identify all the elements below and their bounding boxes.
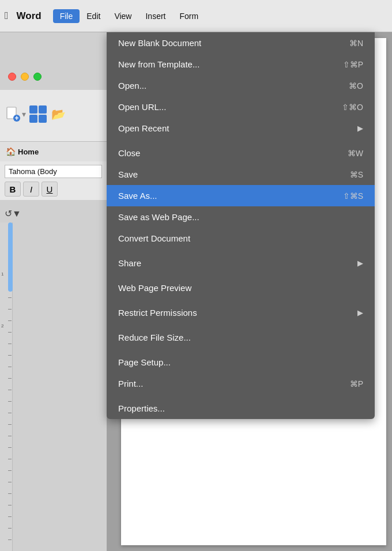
maximize-button[interactable] bbox=[33, 73, 42, 81]
close-button[interactable] bbox=[8, 73, 16, 81]
app-sidebar: + ▾ 📂 🏠 Home Tahoma (Body B I U ↺▼ bbox=[0, 32, 107, 551]
minimize-button[interactable] bbox=[21, 73, 29, 81]
format-buttons: B I U bbox=[5, 182, 102, 197]
menu-item-open---[interactable]: Open...⌘O bbox=[107, 75, 375, 96]
toolbar: + ▾ 📂 bbox=[0, 90, 107, 142]
menu-item-open-recent[interactable]: Open Recent▶ bbox=[107, 118, 375, 139]
home-tab-label: Home bbox=[18, 148, 39, 156]
menu-item-page-setup---[interactable]: Page Setup... bbox=[107, 352, 375, 373]
menu-item-label: Open URL... bbox=[118, 102, 319, 112]
menu-item-web-page-preview[interactable]: Web Page Preview bbox=[107, 277, 375, 299]
menu-item-label: Share bbox=[118, 258, 357, 268]
menu-item-label: Reduce File Size... bbox=[118, 333, 363, 342]
window-controls bbox=[8, 73, 42, 81]
italic-button[interactable]: I bbox=[23, 182, 39, 197]
menu-item-new-blank-document[interactable]: New Blank Document⌘N bbox=[107, 32, 375, 54]
menu-item-label: Restrict Permissions bbox=[118, 308, 357, 318]
menu-item-reduce-file-size---[interactable]: Reduce File Size... bbox=[107, 327, 375, 348]
menu-file[interactable]: File bbox=[53, 9, 80, 23]
menu-item-label: Open... bbox=[118, 81, 326, 90]
menu-item-label: Web Page Preview bbox=[118, 283, 363, 293]
file-menu: New Blank Document⌘NNew from Template...… bbox=[107, 32, 375, 419]
undo-icon[interactable]: ↺▼ bbox=[5, 208, 21, 219]
menu-item-properties---[interactable]: Properties... bbox=[107, 398, 375, 419]
menu-item-label: Page Setup... bbox=[118, 357, 363, 367]
menu-item-open-url---[interactable]: Open URL...⇧⌘O bbox=[107, 96, 375, 118]
menu-format[interactable]: Form bbox=[173, 9, 206, 23]
menu-item-label: Convert Document bbox=[118, 233, 363, 243]
toolbar-row: + ▾ 📂 bbox=[5, 105, 102, 123]
menu-shortcut: ⌘N bbox=[349, 39, 363, 48]
menu-item-restrict-permissions[interactable]: Restrict Permissions▶ bbox=[107, 302, 375, 323]
home-icon: 🏠 bbox=[6, 147, 16, 156]
svg-text:+: + bbox=[14, 114, 18, 122]
menu-insert[interactable]: Insert bbox=[138, 9, 172, 23]
folder-icon[interactable]: 📂 bbox=[50, 106, 66, 122]
menu-bar:  Word File Edit View Insert Form bbox=[0, 0, 392, 32]
menu-item-label: New Blank Document bbox=[118, 38, 326, 48]
menu-item-label: Save As... bbox=[118, 191, 320, 201]
menu-edit[interactable]: Edit bbox=[80, 9, 107, 23]
menu-item-label: Print... bbox=[118, 379, 327, 388]
menu-item-label: Properties... bbox=[118, 403, 363, 413]
bold-button[interactable]: B bbox=[5, 182, 21, 197]
menu-item-print---[interactable]: Print...⌘P bbox=[107, 373, 375, 394]
apple-logo-icon[interactable]:  bbox=[5, 10, 9, 22]
menu-shortcut: ⌘O bbox=[349, 81, 363, 90]
menu-item-share[interactable]: Share▶ bbox=[107, 252, 375, 274]
new-doc-icon[interactable]: + bbox=[5, 106, 21, 122]
scroll-bar[interactable] bbox=[8, 222, 13, 292]
app-name: Word bbox=[17, 10, 42, 22]
menu-item-new-from-template---[interactable]: New from Template...⇧⌘P bbox=[107, 54, 375, 75]
menu-shortcut: ⌘P bbox=[350, 379, 363, 388]
home-tab[interactable]: 🏠 Home bbox=[0, 142, 107, 161]
menu-item-label: New from Template... bbox=[118, 59, 320, 69]
menu-shortcut: ⇧⌘P bbox=[343, 60, 363, 69]
menu-view[interactable]: View bbox=[107, 9, 138, 23]
menu-item-close[interactable]: Close⌘W bbox=[107, 142, 375, 164]
menu-item-save-as---[interactable]: Save As...⇧⌘S bbox=[107, 185, 375, 206]
submenu-arrow-icon: ▶ bbox=[357, 259, 363, 267]
dropdown-arrow-icon[interactable]: ▾ bbox=[22, 110, 26, 119]
grid-icon[interactable] bbox=[29, 105, 47, 123]
submenu-arrow-icon: ▶ bbox=[357, 308, 363, 317]
font-panel: Tahoma (Body B I U bbox=[0, 161, 107, 200]
menu-shortcut: ⌘S bbox=[350, 170, 363, 179]
menu-shortcut: ⇧⌘O bbox=[342, 103, 363, 112]
menu-item-label: Save bbox=[118, 169, 327, 179]
menu-item-save-as-web-page---[interactable]: Save as Web Page... bbox=[107, 206, 375, 228]
menu-item-label: Close bbox=[118, 148, 325, 158]
menu-item-label: Save as Web Page... bbox=[118, 212, 363, 222]
menu-item-label: Open Recent bbox=[118, 123, 357, 133]
menu-item-save[interactable]: Save⌘S bbox=[107, 164, 375, 185]
font-name-input[interactable]: Tahoma (Body bbox=[5, 165, 102, 178]
menu-item-convert-document[interactable]: Convert Document bbox=[107, 228, 375, 249]
submenu-arrow-icon: ▶ bbox=[357, 124, 363, 133]
menu-shortcut: ⇧⌘S bbox=[343, 191, 363, 201]
underline-button[interactable]: U bbox=[42, 182, 58, 197]
menu-shortcut: ⌘W bbox=[348, 149, 363, 158]
